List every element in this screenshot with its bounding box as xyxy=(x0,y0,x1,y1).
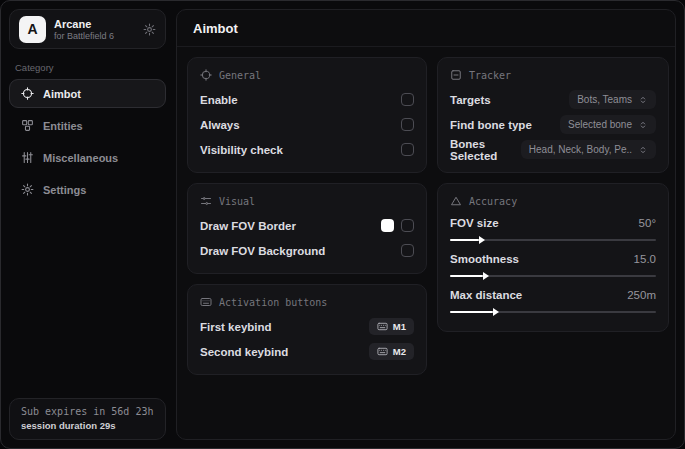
second-keybind-button[interactable]: M2 xyxy=(369,343,414,360)
setting-label: Max distance xyxy=(450,289,522,301)
setting-label: FOV size xyxy=(450,217,499,229)
targets-select[interactable]: Bots, Teams xyxy=(569,90,656,109)
fov-border-color-swatch[interactable] xyxy=(381,219,394,232)
subscription-card: Sub expires in 56d 23h session duration … xyxy=(9,398,166,440)
keyboard-icon xyxy=(200,296,212,308)
sidebar-item-aimbot[interactable]: Aimbot xyxy=(9,79,166,108)
card-title: Activation buttons xyxy=(219,297,327,308)
chevrons-up-down-icon xyxy=(638,145,648,155)
left-column: General Enable Always Visibility check xyxy=(187,57,427,375)
setting-label: Draw FOV Border xyxy=(200,220,296,232)
chevrons-up-down-icon xyxy=(638,95,648,105)
select-value: Bots, Teams xyxy=(577,94,632,105)
keybind-value: M2 xyxy=(393,346,406,357)
setting-label: First keybind xyxy=(200,321,272,333)
gear-icon xyxy=(21,183,34,196)
setting-label: Find bone type xyxy=(450,119,532,131)
app-logo: A xyxy=(19,16,46,43)
sidebar-item-settings[interactable]: Settings xyxy=(9,175,166,204)
general-card-header: General xyxy=(200,69,414,81)
visibility-check-checkbox[interactable] xyxy=(401,143,414,156)
sidebar: A Arcane for Battlefield 6 Category Aimb… xyxy=(1,1,174,448)
always-checkbox[interactable] xyxy=(401,118,414,131)
keybind-value: M1 xyxy=(393,321,406,332)
sliders-vertical-icon xyxy=(21,151,34,164)
sidebar-item-label: Entities xyxy=(43,120,83,132)
brand-card: A Arcane for Battlefield 6 xyxy=(9,9,166,49)
max-distance-slider[interactable] xyxy=(450,307,656,317)
enable-checkbox[interactable] xyxy=(401,93,414,106)
draw-fov-background-checkbox[interactable] xyxy=(401,244,414,257)
keyboard-icon xyxy=(377,321,388,332)
find-bone-type-select[interactable]: Selected bone xyxy=(560,115,656,134)
setting-row-targets: Targets Bots, Teams xyxy=(450,87,656,112)
sidebar-item-miscellaneous[interactable]: Miscellaneous xyxy=(9,143,166,172)
setting-row-visibility-check: Visibility check xyxy=(200,137,414,162)
app-subtitle: for Battlefield 6 xyxy=(54,31,114,41)
setting-label: Bones Selected xyxy=(450,138,521,162)
slider-fill xyxy=(450,239,479,241)
draw-fov-border-checkbox[interactable] xyxy=(401,219,414,232)
bones-selected-select[interactable]: Head, Neck, Body, Pe.. xyxy=(521,140,656,159)
general-card: General Enable Always Visibility check xyxy=(187,57,427,173)
accuracy-card-header: Accuracy xyxy=(450,195,656,207)
smoothness-value: 15.0 xyxy=(634,253,656,265)
sidebar-item-label: Settings xyxy=(43,184,86,196)
slider-track xyxy=(450,239,656,241)
smoothness-slider[interactable] xyxy=(450,271,656,281)
gear-icon[interactable] xyxy=(143,23,156,36)
sidebar-nav: Aimbot Entities Miscellaneous Settings xyxy=(9,79,166,204)
card-title: General xyxy=(219,70,261,81)
setting-row-draw-fov-background: Draw FOV Background xyxy=(200,238,414,263)
activation-card-header: Activation buttons xyxy=(200,296,414,308)
right-column: Tracker Targets Bots, Teams Find bone ty… xyxy=(437,57,669,332)
crosshair-icon xyxy=(200,69,212,81)
setting-label: Targets xyxy=(450,94,491,106)
slider-track xyxy=(450,275,656,277)
sidebar-item-label: Aimbot xyxy=(43,88,81,100)
setting-row-first-keybind: First keybind M1 xyxy=(200,314,414,339)
max-distance-value: 250m xyxy=(627,289,656,301)
sub-expires-text: Sub expires in 56d 23h xyxy=(21,406,154,417)
fov-size-slider[interactable] xyxy=(450,235,656,245)
setting-label: Draw FOV Background xyxy=(200,245,325,257)
setting-row-draw-fov-border: Draw FOV Border xyxy=(200,213,414,238)
brand-text: Arcane for Battlefield 6 xyxy=(54,18,114,41)
setting-row-bones-selected: Bones Selected Head, Neck, Body, Pe.. xyxy=(450,137,656,162)
setting-label: Smoothness xyxy=(450,253,519,265)
setting-label: Enable xyxy=(200,94,238,106)
slider-fill xyxy=(450,275,483,277)
tracker-card-header: Tracker xyxy=(450,69,656,81)
sidebar-item-entities[interactable]: Entities xyxy=(9,111,166,140)
setting-row-find-bone-type: Find bone type Selected bone xyxy=(450,112,656,137)
setting-row-second-keybind: Second keybind M2 xyxy=(200,339,414,364)
first-keybind-button[interactable]: M1 xyxy=(369,318,414,335)
main-panel: Aimbot General Enable xyxy=(176,9,676,440)
fov-size-group: FOV size 50° xyxy=(450,213,656,245)
category-label: Category xyxy=(15,62,160,73)
app-name: Arcane xyxy=(54,18,114,30)
crosshair-icon xyxy=(21,87,34,100)
setting-row-enable: Enable xyxy=(200,87,414,112)
tracker-card: Tracker Targets Bots, Teams Find bone ty… xyxy=(437,57,669,173)
card-title: Tracker xyxy=(469,70,511,81)
slider-track xyxy=(450,311,656,313)
session-duration-text: session duration 29s xyxy=(21,420,154,431)
keyboard-icon xyxy=(377,346,388,357)
visual-card-header: Visual xyxy=(200,195,414,207)
smoothness-group: Smoothness 15.0 xyxy=(450,249,656,281)
sidebar-item-label: Miscellaneous xyxy=(43,152,118,164)
setting-label: Always xyxy=(200,119,240,131)
sliders-horizontal-icon xyxy=(200,195,212,207)
app-window: A Arcane for Battlefield 6 Category Aimb… xyxy=(0,0,685,449)
main-body: General Enable Always Visibility check xyxy=(177,47,675,385)
select-value: Selected bone xyxy=(568,119,632,130)
chevrons-up-down-icon xyxy=(638,120,648,130)
square-minus-icon xyxy=(450,69,462,81)
fov-size-value: 50° xyxy=(639,217,656,229)
setting-row-always: Always xyxy=(200,112,414,137)
slider-fill xyxy=(450,311,493,313)
boxes-icon xyxy=(21,119,34,132)
page-title: Aimbot xyxy=(177,10,675,47)
activation-card: Activation buttons First keybind M1 Seco… xyxy=(187,284,427,375)
